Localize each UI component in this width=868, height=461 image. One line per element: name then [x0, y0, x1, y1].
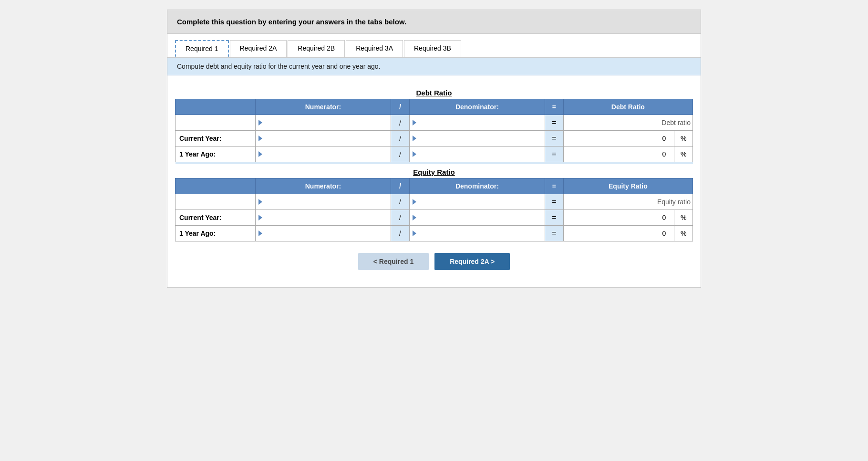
equity-yearago-numerator-input[interactable] — [264, 228, 388, 239]
equity-yearago-result-cell — [563, 225, 674, 241]
equity-current-pct: % — [674, 210, 693, 225]
debt-yearago-pct: % — [674, 147, 693, 162]
debt-header-equals: = — [545, 99, 563, 115]
equity-header-result: Equity Ratio — [563, 178, 692, 194]
tab-required1[interactable]: Required 1 — [175, 40, 229, 57]
equity-yearago-equals: = — [545, 225, 563, 241]
debt-header-row: Numerator: / Denominator: = Debt Ratio — [176, 99, 693, 115]
debt-yearago-numerator-cell — [255, 147, 391, 162]
debt-row0-denom-arrow — [413, 120, 416, 126]
equity-row0-numerator-input[interactable] — [264, 196, 388, 208]
debt-row0-result: Debt ratio — [563, 115, 692, 131]
equity-row0-slash: / — [391, 194, 410, 210]
debt-current-equals: = — [545, 131, 563, 147]
debt-header-numerator: Numerator: — [255, 99, 391, 115]
equity-row0-arrow — [258, 199, 262, 205]
tabs-row: Required 1 Required 2A Required 2B Requi… — [167, 34, 701, 58]
debt-current-denominator-input[interactable] — [418, 133, 542, 144]
equity-yearago-denominator-input[interactable] — [418, 228, 542, 239]
equity-ratio-title: Equity Ratio — [413, 168, 455, 176]
nav-buttons: < Required 1 Required 2A > — [175, 241, 693, 278]
debt-row-current: Current Year: / = — [176, 131, 693, 147]
debt-current-arrow — [258, 136, 262, 141]
equity-current-arrow — [258, 215, 262, 220]
debt-row0-denominator-input[interactable] — [418, 117, 542, 128]
debt-row-current-numerator-cell — [255, 131, 391, 147]
debt-header-denominator: Denominator: — [409, 99, 545, 115]
equity-row0-result: Equity ratio — [563, 194, 692, 210]
tab-required3a[interactable]: Required 3A — [346, 40, 403, 57]
equity-header-row: Numerator: / Denominator: = Equity Ratio — [176, 178, 693, 194]
debt-row0-arrow — [258, 120, 262, 126]
debt-current-result-input[interactable] — [636, 133, 674, 144]
equity-current-numerator-cell — [255, 210, 391, 225]
debt-current-denominator-cell — [409, 131, 545, 147]
debt-title-row: Debt Ratio — [176, 85, 693, 99]
equity-yearago-result-input[interactable] — [636, 228, 674, 239]
content-area: Debt Ratio Numerator: / Denominator: = D… — [167, 75, 701, 287]
debt-current-result-cell — [563, 131, 674, 147]
next-button[interactable]: Required 2A > — [434, 253, 510, 270]
equity-current-denom-arrow — [413, 215, 416, 220]
instruction-bar: Compute debt and equity ratio for the cu… — [167, 58, 701, 75]
equity-current-result-cell — [563, 210, 674, 225]
equity-header-empty — [176, 178, 256, 194]
debt-row0-denominator-cell — [409, 115, 545, 131]
equity-header-denominator: Denominator: — [409, 178, 545, 194]
debt-current-pct: % — [674, 131, 693, 147]
prev-button[interactable]: < Required 1 — [358, 253, 429, 270]
debt-row-current-label: Current Year: — [176, 131, 256, 147]
equity-current-result-input[interactable] — [636, 212, 674, 223]
equity-yearago-denominator-cell — [409, 225, 545, 241]
debt-yearago-denominator-cell — [409, 147, 545, 162]
debt-row0-equals: = — [545, 115, 563, 131]
equity-header-equals: = — [545, 178, 563, 194]
debt-row0-numerator-cell — [255, 115, 391, 131]
equity-row-current: Current Year: / = — [176, 210, 693, 225]
equity-current-slash: / — [391, 210, 410, 225]
debt-yearago-numerator-input[interactable] — [264, 148, 388, 160]
debt-yearago-result-cell — [563, 147, 674, 162]
equity-row0-equals: = — [545, 194, 563, 210]
debt-yearago-denominator-input[interactable] — [418, 148, 542, 160]
equity-row0-label — [176, 194, 256, 210]
debt-yearago-denom-arrow — [413, 151, 416, 157]
debt-header-result: Debt Ratio — [563, 99, 692, 115]
equity-row0-denominator-cell — [409, 194, 545, 210]
debt-row0-slash: / — [391, 115, 410, 131]
debt-ratio-table: Debt Ratio Numerator: / Denominator: = D… — [175, 85, 693, 241]
equity-row0-denominator-input[interactable] — [418, 196, 542, 208]
tab-required2a[interactable]: Required 2A — [230, 40, 287, 57]
equity-yearago-denom-arrow — [413, 230, 416, 236]
equity-row0-denom-arrow — [413, 199, 416, 205]
header-bar: Complete this question by entering your … — [167, 10, 701, 34]
equity-current-denominator-input[interactable] — [418, 212, 542, 223]
equity-yearago-pct: % — [674, 225, 693, 241]
equity-yearago-arrow — [258, 230, 262, 236]
debt-row0-label — [176, 115, 256, 131]
tab-required3b[interactable]: Required 3B — [404, 40, 461, 57]
equity-yearago-slash: / — [391, 225, 410, 241]
header-instruction: Complete this question by entering your … — [177, 18, 406, 26]
debt-header-empty — [176, 99, 256, 115]
debt-ratio-title: Debt Ratio — [416, 89, 452, 97]
debt-current-slash: / — [391, 131, 410, 147]
equity-row-yearago: 1 Year Ago: / = — [176, 225, 693, 241]
main-container: Complete this question by entering your … — [167, 10, 701, 288]
debt-row0-numerator-input[interactable] — [264, 117, 388, 128]
debt-current-denom-arrow — [413, 136, 416, 141]
debt-current-numerator-input[interactable] — [264, 133, 388, 144]
debt-row-yearago: 1 Year Ago: / = — [176, 147, 693, 162]
debt-yearago-result-input[interactable] — [636, 148, 674, 160]
equity-title-row: Equity Ratio — [176, 164, 693, 178]
debt-yearago-arrow — [258, 151, 262, 157]
equity-yearago-label: 1 Year Ago: — [176, 225, 256, 241]
debt-yearago-slash: / — [391, 147, 410, 162]
debt-row-0: / = Debt ratio — [176, 115, 693, 131]
equity-row0-numerator-cell — [255, 194, 391, 210]
equity-header-slash: / — [391, 178, 410, 194]
equity-current-numerator-input[interactable] — [264, 212, 388, 223]
tab-required2b[interactable]: Required 2B — [288, 40, 345, 57]
equity-row-0: / = Equity ratio — [176, 194, 693, 210]
equity-header-numerator: Numerator: — [255, 178, 391, 194]
